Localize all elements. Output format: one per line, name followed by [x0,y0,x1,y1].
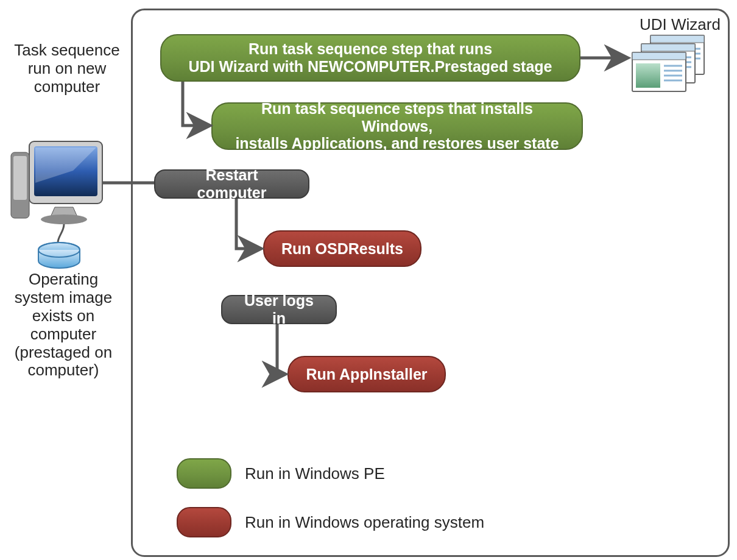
svg-point-5 [38,243,80,257]
legend-label-os: Run in Windows operating system [245,513,484,532]
step2-line1: Run task sequence steps that installs Wi… [261,100,533,135]
udi-wizard-label-text: UDI Wizard [640,15,721,34]
svg-point-0 [41,214,87,224]
step-run-appinstaller: Run AppInstaller [287,356,446,392]
step-run-osdresults: Run OSDResults [263,230,421,267]
legend-swatch-os [177,507,231,537]
svg-point-6 [38,243,80,257]
legend-swatch-pe [177,458,231,489]
userlogs-text: User logs in [237,292,321,327]
appinstaller-text: Run AppInstaller [306,366,427,383]
osd-text: Run OSDResults [281,240,403,258]
legend-label-pe: Run in Windows PE [245,464,385,483]
computer-icon [11,141,102,224]
left-label-top-text: Task sequence run on new computer [14,41,119,96]
step1-line1: Run task sequence step that runs [249,40,492,57]
database-icon [38,243,80,268]
legend-os-text: Run in Windows operating system [245,513,484,531]
left-label-bottom-text: Operating system image exists on compute… [15,270,112,379]
step-run-udi-wizard: Run task sequence step that runs UDI Wiz… [160,34,580,82]
restart-text: Restart computer [170,166,294,202]
svg-rect-4 [13,156,27,200]
svg-rect-1 [29,141,102,204]
step-install-windows: Run task sequence steps that installs Wi… [211,102,583,150]
step2-line2: installs Applications, and restores user… [235,135,559,152]
svg-rect-3 [11,152,29,218]
svg-rect-2 [34,146,97,196]
step-restart-computer: Restart computer [154,169,309,199]
legend-pe-text: Run in Windows PE [245,464,385,483]
udi-wizard-label: UDI Wizard [640,15,721,34]
left-label-top: Task sequence run on new computer [12,41,122,96]
step1-line2: UDI Wizard with NEWCOMPUTER.Prestaged st… [188,58,552,75]
step-user-logs-in: User logs in [221,295,337,324]
left-label-bottom: Operating system image exists on compute… [2,271,124,380]
